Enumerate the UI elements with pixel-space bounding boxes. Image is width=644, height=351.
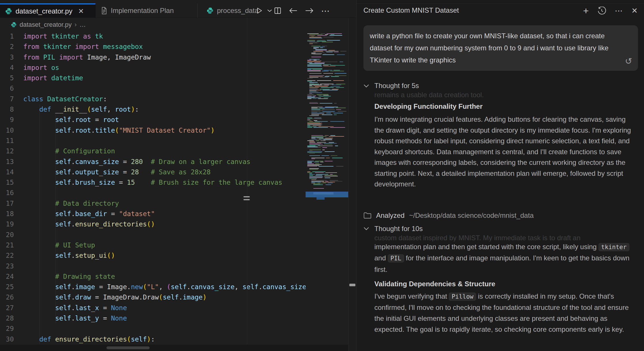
line-number: 16	[0, 188, 14, 198]
prompt-text: write a python file to create your own M…	[370, 32, 609, 64]
tab-implementation-plan[interactable]: Implementation Plan	[96, 3, 198, 18]
line-number: 24	[0, 271, 14, 282]
line-number: 20	[0, 230, 14, 240]
chevron-down-icon[interactable]	[267, 9, 272, 12]
line-number: 17	[0, 198, 14, 209]
editor-group: dataset_creator.py ✕ Implementation Plan…	[0, 0, 356, 351]
line-number: 30	[0, 334, 14, 344]
more-actions-icon[interactable]: ⋯	[321, 6, 330, 16]
app-window: dataset_creator.py ✕ Implementation Plan…	[0, 0, 644, 351]
scrolled-thought-text: custom dataset inspired by MNIST. My imm…	[374, 234, 638, 241]
tab-label: dataset_creator.py	[16, 7, 72, 15]
thought-heading: Developing Functionality Further	[374, 102, 638, 110]
minimap[interactable]	[306, 31, 348, 344]
line-number: 10	[0, 125, 14, 136]
chat-header: Create Custom MNIST Dataset + ⋯ ✕	[357, 0, 644, 18]
breadcrumb[interactable]: dataset_creator.py › …	[0, 18, 356, 31]
scrollbar-thumb[interactable]	[106, 346, 150, 349]
line-number: 29	[0, 323, 14, 334]
gutter: 1234567891011121314151617181920212223242…	[0, 31, 14, 344]
scrolled-thought-text: remains a usable data creation tool.	[374, 91, 638, 98]
horizontal-scrollbar[interactable]	[0, 344, 348, 351]
tab-bar: dataset_creator.py ✕ Implementation Plan…	[0, 0, 356, 18]
python-icon	[5, 8, 12, 15]
code-editor[interactable]: 1234567891011121314151617181920212223242…	[0, 31, 356, 344]
line-number: 27	[0, 303, 14, 313]
new-chat-icon[interactable]: +	[583, 5, 589, 16]
close-icon[interactable]: ✕	[78, 7, 84, 15]
folder-icon	[363, 212, 371, 219]
breadcrumb-ellipsis[interactable]: …	[79, 21, 86, 28]
inline-code-chip: tkinter	[599, 243, 629, 251]
run-icon[interactable]	[256, 7, 263, 14]
line-number: 21	[0, 240, 14, 250]
editor-actions: ⋯	[274, 3, 330, 18]
tab-label: process_data	[217, 7, 258, 15]
analyzed-row[interactable]: Analyzed ~/Desktop/data science/code/mni…	[363, 210, 638, 221]
vertical-scrollbar[interactable]	[348, 18, 356, 351]
tab-label: Implementation Plan	[111, 7, 174, 15]
line-number: 2	[0, 41, 14, 52]
chat-title: Create Custom MNIST Dataset	[363, 6, 459, 14]
line-number: 6	[0, 83, 14, 94]
python-icon	[11, 22, 17, 28]
line-number: 19	[0, 219, 14, 229]
breadcrumb-file[interactable]: dataset_creator.py	[20, 21, 72, 28]
breadcrumb-separator: ›	[75, 21, 77, 28]
run-controls	[256, 3, 272, 18]
thought-paragraph: I've begun verifying that Pillow is corr…	[374, 291, 635, 335]
line-number: 28	[0, 313, 14, 323]
back-arrow-icon[interactable]	[289, 7, 298, 14]
tab-dataset-creator[interactable]: dataset_creator.py ✕	[0, 3, 96, 18]
line-number: 3	[0, 52, 14, 62]
tab-process-data[interactable]: process_data	[201, 3, 256, 18]
line-number: 18	[0, 209, 14, 219]
line-number: 1	[0, 31, 14, 41]
line-number: 5	[0, 73, 14, 83]
document-icon	[101, 7, 107, 14]
inline-code-chip: Pillow	[449, 293, 476, 301]
line-number: 22	[0, 250, 14, 261]
history-icon[interactable]	[597, 7, 606, 15]
thought-heading: Validating Dependencies & Structure	[374, 280, 638, 288]
line-number: 26	[0, 292, 14, 302]
line-number: 7	[0, 94, 14, 104]
scroll-grip[interactable]	[243, 196, 250, 197]
thought-paragraph: I'm now integrating crucial features. Ad…	[374, 114, 635, 190]
line-number: 9	[0, 115, 14, 125]
line-number: 13	[0, 157, 14, 167]
analyzed-label: Analyzed	[376, 211, 405, 220]
line-number: 15	[0, 177, 14, 188]
scroll-grip[interactable]	[243, 199, 250, 200]
line-number: 23	[0, 261, 14, 271]
line-number: 14	[0, 167, 14, 177]
thought-label: Thought for 5s	[374, 82, 419, 90]
forward-arrow-icon[interactable]	[305, 7, 314, 14]
scrollbar-thumb[interactable]	[349, 284, 355, 286]
thought-toggle-2[interactable]: Thought for 10s	[363, 224, 638, 234]
chevron-down-icon	[363, 84, 369, 88]
user-prompt-bubble[interactable]: write a python file to create your own M…	[363, 25, 638, 71]
split-editor-icon[interactable]	[274, 7, 281, 14]
undo-icon[interactable]: ↺	[625, 55, 632, 67]
line-number: 8	[0, 104, 14, 115]
thought-toggle-1[interactable]: Thought for 5s	[363, 81, 638, 91]
line-number: 12	[0, 146, 14, 156]
inline-code-chip: PIL	[388, 254, 404, 262]
line-number: 11	[0, 136, 14, 146]
vertical-ruler	[247, 18, 247, 344]
thought-paragraph: implementation plan and then get started…	[374, 241, 635, 275]
line-number: 25	[0, 282, 14, 292]
line-number: 4	[0, 62, 14, 73]
more-options-icon[interactable]: ⋯	[615, 6, 623, 16]
chat-body: write a python file to create your own M…	[363, 18, 638, 335]
chevron-down-icon	[363, 227, 369, 230]
close-panel-icon[interactable]: ✕	[631, 6, 638, 15]
python-icon	[207, 7, 214, 14]
analyzed-path: ~/Desktop/data science/code/mnist_data	[409, 211, 534, 220]
thought-label: Thought for 10s	[374, 225, 423, 233]
chat-panel: Create Custom MNIST Dataset + ⋯ ✕ write …	[356, 0, 644, 351]
